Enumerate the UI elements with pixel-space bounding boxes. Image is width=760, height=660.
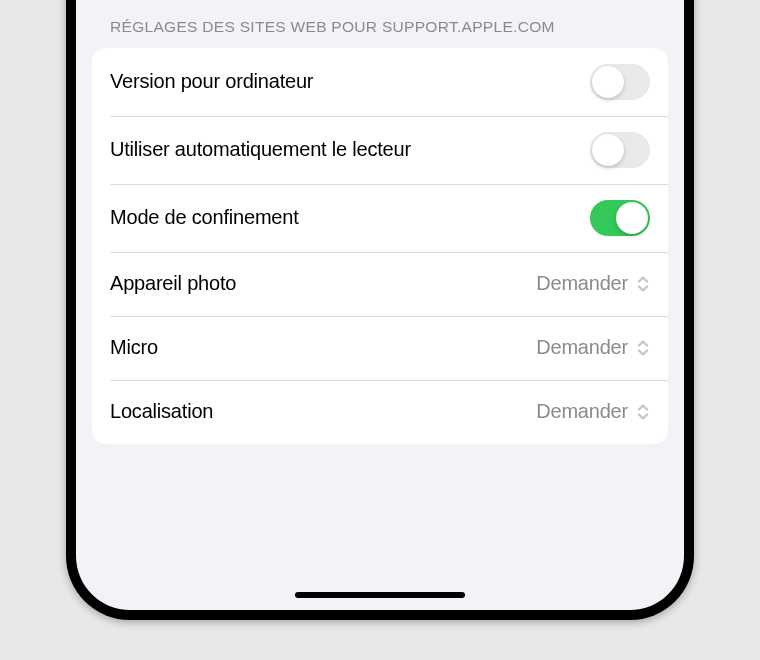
chevron-up-down-icon [636, 401, 650, 423]
row-label: Localisation [110, 400, 213, 423]
row-label: Version pour ordinateur [110, 70, 313, 93]
toggle-desktop-site[interactable] [590, 64, 650, 100]
section-header: RÉGLAGES DES SITES WEB POUR SUPPORT.APPL… [92, 16, 668, 48]
row-label: Utiliser automatiquement le lecteur [110, 138, 411, 161]
row-value-text: Demander [536, 400, 628, 423]
row-auto-reader: Utiliser automatiquement le lecteur [92, 116, 668, 184]
row-value: Demander [536, 336, 650, 359]
toggle-knob [592, 66, 624, 98]
toggle-lockdown-mode[interactable] [590, 200, 650, 236]
row-lockdown-mode: Mode de confinement [92, 184, 668, 252]
chevron-up-down-icon [636, 337, 650, 359]
settings-screen: RÉGLAGES DES SITES WEB POUR SUPPORT.APPL… [76, 0, 684, 610]
row-value: Demander [536, 400, 650, 423]
row-location[interactable]: Localisation Demander [92, 380, 668, 444]
row-value: Demander [536, 272, 650, 295]
row-value-text: Demander [536, 336, 628, 359]
row-camera[interactable]: Appareil photo Demander [92, 252, 668, 316]
row-label: Mode de confinement [110, 206, 299, 229]
row-label: Appareil photo [110, 272, 236, 295]
home-indicator[interactable] [295, 592, 465, 598]
chevron-up-down-icon [636, 273, 650, 295]
row-value-text: Demander [536, 272, 628, 295]
website-settings-group: Version pour ordinateur Utiliser automat… [92, 48, 668, 444]
toggle-auto-reader[interactable] [590, 132, 650, 168]
toggle-knob [592, 134, 624, 166]
phone-frame: RÉGLAGES DES SITES WEB POUR SUPPORT.APPL… [66, 0, 694, 620]
row-microphone[interactable]: Micro Demander [92, 316, 668, 380]
toggle-knob [616, 202, 648, 234]
row-label: Micro [110, 336, 158, 359]
row-desktop-site: Version pour ordinateur [92, 48, 668, 116]
